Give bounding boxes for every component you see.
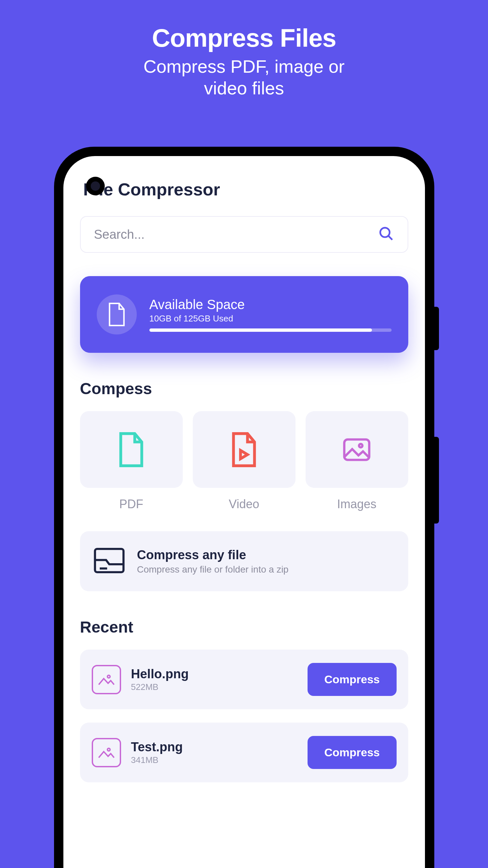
- hero-subtitle: Compress PDF, image or video files: [0, 56, 488, 99]
- svg-line-1: [388, 236, 392, 240]
- svg-rect-2: [344, 439, 369, 460]
- compress-button[interactable]: Compress: [308, 736, 396, 769]
- compress-tile-video[interactable]: Video: [193, 411, 296, 511]
- phone-frame: File Compressor Search... Available Spac…: [54, 147, 434, 868]
- storage-progress-fill: [149, 329, 372, 332]
- tile-label: Images: [337, 497, 376, 511]
- image-icon: [92, 665, 121, 694]
- phone-camera: [86, 177, 105, 195]
- any-file-subtitle: Compress any file or folder into a zip: [137, 564, 288, 575]
- phone-side-button: [434, 437, 439, 524]
- tile-label: PDF: [119, 497, 144, 511]
- hero-title: Compress Files: [0, 23, 488, 52]
- folder-icon: [93, 547, 125, 575]
- search-icon[interactable]: [378, 226, 394, 243]
- compress-tile-pdf[interactable]: PDF: [80, 411, 183, 511]
- recent-filename: Test.png: [131, 740, 298, 754]
- app-title: File Compressor: [83, 179, 408, 199]
- storage-progress: [149, 329, 392, 332]
- recent-item[interactable]: Hello.png 522MB Compress: [80, 650, 408, 709]
- recent-info: Hello.png 522MB: [131, 667, 298, 692]
- svg-point-3: [359, 444, 362, 447]
- svg-point-7: [108, 748, 110, 751]
- section-compress-title: Compess: [80, 379, 408, 398]
- compress-tile-images[interactable]: Images: [306, 411, 408, 511]
- file-icon: [97, 294, 137, 335]
- storage-subtitle: 10GB of 125GB Used: [149, 313, 392, 324]
- storage-card[interactable]: Available Space 10GB of 125GB Used: [80, 276, 408, 353]
- recent-filesize: 341MB: [131, 755, 298, 765]
- phone-screen: File Compressor Search... Available Spac…: [63, 156, 425, 868]
- any-file-text: Compress any file Compress any file or f…: [137, 548, 288, 575]
- recent-item[interactable]: Test.png 341MB Compress: [80, 723, 408, 782]
- svg-point-0: [380, 228, 390, 237]
- search-input[interactable]: Search...: [80, 216, 408, 253]
- recent-filename: Hello.png: [131, 667, 298, 681]
- compress-any-file-card[interactable]: Compress any file Compress any file or f…: [80, 531, 408, 591]
- phone-side-button: [434, 307, 439, 350]
- svg-point-6: [108, 675, 110, 678]
- storage-title: Available Space: [149, 297, 392, 312]
- any-file-title: Compress any file: [137, 548, 288, 562]
- compress-grid: PDF Video: [80, 411, 408, 511]
- compress-button[interactable]: Compress: [308, 663, 396, 696]
- storage-info: Available Space 10GB of 125GB Used: [149, 297, 392, 332]
- recent-filesize: 522MB: [131, 682, 298, 692]
- promo-hero: Compress Files Compress PDF, image or vi…: [0, 0, 488, 99]
- image-icon: [92, 738, 121, 767]
- recent-info: Test.png 341MB: [131, 740, 298, 765]
- section-recent-title: Recent: [80, 618, 408, 636]
- tile-label: Video: [229, 497, 259, 511]
- search-placeholder: Search...: [94, 227, 145, 242]
